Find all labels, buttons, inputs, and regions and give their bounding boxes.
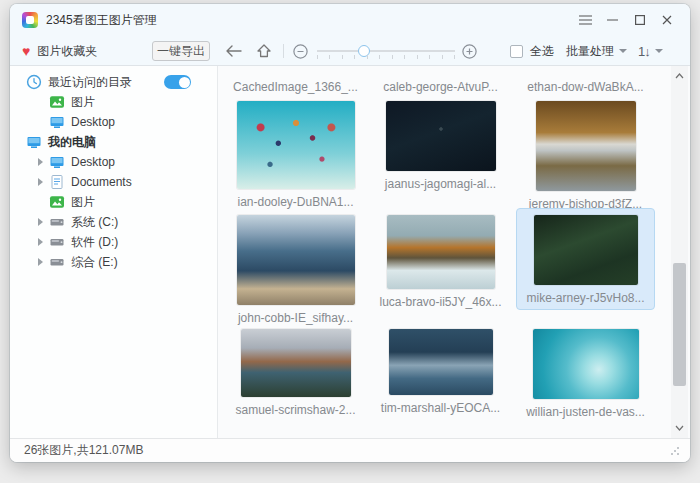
sidebar-item-desktop[interactable]: Desktop xyxy=(10,112,217,132)
picture-icon xyxy=(49,94,65,110)
sidebar-item-desktop[interactable]: Desktop xyxy=(10,152,217,172)
favorites-group[interactable]: ♥ 图片收藏夹 xyxy=(22,36,97,66)
gallery-item-name: mike-arney-rJ5vHo8... xyxy=(526,291,644,305)
thumbnail-image[interactable] xyxy=(241,329,351,397)
gallery-item[interactable]: ian-dooley-DuBNA1... xyxy=(223,94,368,208)
toolbar: ♥ 图片收藏夹 一键导出 全选 批量处理 1↓ xyxy=(10,36,690,66)
gallery-item[interactable]: luca-bravo-ii5JY_46x... xyxy=(368,208,513,322)
sidebar-computer-label: 我的电脑 xyxy=(48,134,96,151)
computer-icon xyxy=(26,134,42,150)
statusbar: 26张图片,共121.07MB xyxy=(10,438,690,462)
gallery-item[interactable]: caleb-george-AtvuP... xyxy=(368,66,513,94)
zoom-out-button[interactable] xyxy=(293,36,308,66)
sidebar-item-label: 综合 (E:) xyxy=(71,254,118,271)
gallery-item-name: ethan-dow-dWaBkA... xyxy=(527,80,643,94)
thumbnail-image[interactable] xyxy=(533,329,639,399)
sidebar-item-综合-e-[interactable]: 综合 (E:) xyxy=(10,252,217,272)
home-button[interactable] xyxy=(256,36,272,66)
zoom-in-button[interactable] xyxy=(462,36,477,66)
gallery-item[interactable]: jaanus-jagomagi-al... xyxy=(368,94,513,208)
gallery-item[interactable]: john-cobb-IE_sifhay... xyxy=(223,208,368,322)
status-text: 26张图片,共121.07MB xyxy=(24,442,143,459)
gallery-item-box[interactable]: jeremy-bishop-d3fZ... xyxy=(519,94,652,216)
sidebar-item-label: Documents xyxy=(71,175,132,189)
sidebar-item-系统-c-[interactable]: 系统 (C:) xyxy=(10,212,217,232)
close-button[interactable] xyxy=(653,9,680,31)
batch-process-dropdown[interactable]: 批量处理 xyxy=(566,36,627,66)
scroll-down-icon[interactable] xyxy=(671,420,688,436)
window-controls xyxy=(572,9,680,31)
expander-icon[interactable] xyxy=(38,238,43,246)
select-all-group[interactable]: 全选 xyxy=(510,36,554,66)
expander-icon[interactable] xyxy=(38,158,43,166)
sidebar-item-label: Desktop xyxy=(71,155,115,169)
vertical-scrollbar[interactable] xyxy=(671,66,688,438)
scrollbar-thumb[interactable] xyxy=(673,263,686,386)
maximize-button[interactable] xyxy=(626,9,653,31)
gallery-item-box[interactable]: ian-dooley-DuBNA1... xyxy=(227,94,365,214)
chevron-down-icon xyxy=(619,49,627,53)
thumbnail-image[interactable] xyxy=(534,215,638,285)
sidebar-recent-header[interactable]: 最近访问的目录 xyxy=(10,72,217,92)
gallery-item-box[interactable]: john-cobb-IE_sifhay... xyxy=(227,208,365,330)
thumbnail-image[interactable] xyxy=(237,215,355,305)
document-icon xyxy=(49,174,65,190)
gallery-item[interactable]: ethan-dow-dWaBkA... xyxy=(513,66,658,94)
gallery-item[interactable]: jeremy-bishop-d3fZ... xyxy=(513,94,658,208)
expander-icon[interactable] xyxy=(38,258,43,266)
select-all-checkbox[interactable] xyxy=(510,45,523,58)
export-button[interactable]: 一键导出 xyxy=(152,41,210,61)
monitor-icon xyxy=(49,114,65,130)
gallery-item-name: jaanus-jagomagi-al... xyxy=(385,177,496,191)
gallery-item-box[interactable]: willian-justen-de-vas... xyxy=(516,322,655,424)
monitor-icon xyxy=(49,154,65,170)
sidebar-item-documents[interactable]: Documents xyxy=(10,172,217,192)
expander-icon[interactable] xyxy=(38,178,43,186)
thumbnail-image[interactable] xyxy=(386,101,496,171)
sidebar-computer-header[interactable]: 我的电脑 xyxy=(10,132,217,152)
sort-dropdown[interactable]: 1↓ xyxy=(638,36,663,66)
gallery-item-name: CachedImage_1366_... xyxy=(233,80,358,94)
toolbar-divider xyxy=(283,44,284,58)
drive-icon xyxy=(49,254,65,270)
thumbnail-image[interactable] xyxy=(536,101,636,191)
scroll-up-icon[interactable] xyxy=(671,68,688,84)
zoom-slider[interactable] xyxy=(317,50,455,52)
app-logo-icon xyxy=(22,12,38,28)
heart-icon: ♥ xyxy=(22,44,30,58)
gallery-item[interactable]: tim-marshall-yEOCA... xyxy=(368,322,513,436)
gallery-item[interactable]: samuel-scrimshaw-2... xyxy=(223,322,368,436)
gallery-item-name: luca-bravo-ii5JY_46x... xyxy=(379,295,501,309)
sidebar-item-label: 系统 (C:) xyxy=(71,214,118,231)
gallery-item-selected-box[interactable]: mike-arney-rJ5vHo8... xyxy=(516,208,654,310)
gallery-item-box[interactable]: samuel-scrimshaw-2... xyxy=(225,322,365,422)
menu-icon[interactable] xyxy=(572,9,599,31)
gallery-item-name: caleb-george-AtvuP... xyxy=(383,80,498,94)
sidebar-item-图片[interactable]: 图片 xyxy=(10,92,217,112)
gallery-item[interactable]: CachedImage_1366_... xyxy=(223,66,368,94)
gallery-item-box[interactable]: tim-marshall-yEOCA... xyxy=(371,322,510,420)
batch-process-label: 批量处理 xyxy=(566,43,614,60)
gallery-item[interactable]: mike-arney-rJ5vHo8... xyxy=(513,208,658,322)
resize-grip-icon[interactable] xyxy=(670,446,680,456)
gallery-item[interactable]: willian-justen-de-vas... xyxy=(513,322,658,436)
thumbnail-image[interactable] xyxy=(237,101,355,189)
recent-toggle-switch[interactable] xyxy=(164,75,191,89)
drive-icon xyxy=(49,234,65,250)
expander-icon[interactable] xyxy=(38,218,43,226)
back-button[interactable] xyxy=(225,36,242,66)
gallery-item-name: ian-dooley-DuBNA1... xyxy=(237,195,353,209)
thumbnail-image[interactable] xyxy=(387,215,495,289)
titlebar: 2345看图王图片管理 xyxy=(10,4,690,36)
gallery: CachedImage_1366_...caleb-george-AtvuP..… xyxy=(218,66,690,438)
minimize-button[interactable] xyxy=(599,9,626,31)
gallery-item-box[interactable]: jaanus-jagomagi-al... xyxy=(375,94,506,196)
drive-icon xyxy=(49,214,65,230)
thumbnail-image[interactable] xyxy=(389,329,493,395)
sidebar-item-图片[interactable]: 图片 xyxy=(10,192,217,212)
gallery-item-box[interactable]: luca-bravo-ii5JY_46x... xyxy=(369,208,511,314)
app-window: 2345看图王图片管理 ♥ 图片收藏夹 一键导出 xyxy=(10,4,690,462)
home-icon xyxy=(256,43,272,59)
sidebar-item-软件-d-[interactable]: 软件 (D:) xyxy=(10,232,217,252)
sort-icon: 1↓ xyxy=(638,44,650,59)
